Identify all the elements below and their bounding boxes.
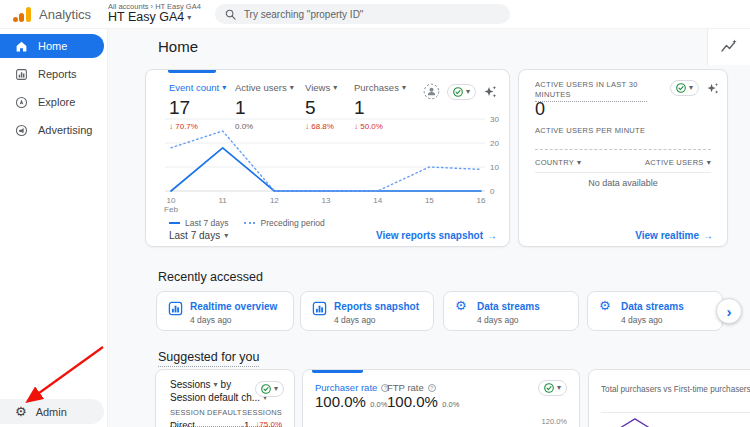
sidebar: Home Reports Explore Advertising ⚙ Admin <box>0 28 108 427</box>
chevron-right-icon: › <box>727 303 732 320</box>
realtime-value: 0 <box>535 99 545 120</box>
realtime-title: ACTIVE USERS IN LAST 30 MINUTES <box>535 80 647 102</box>
search-placeholder: Try searching "property ID" <box>244 9 364 20</box>
arrow-right-icon: → <box>703 230 713 241</box>
recent-card-reports-snapshot[interactable]: Reports snapshot 4 days ago <box>300 291 434 331</box>
row-value: 1 <box>244 419 249 427</box>
dotted-line-swatch <box>244 222 255 224</box>
bar-chart-icon <box>312 301 327 316</box>
svg-text:12: 12 <box>270 196 279 205</box>
caret-down-icon: ▾ <box>214 381 218 389</box>
metric-tab-ftp-rate[interactable]: FTP rate? 100.0% 0.0% <box>387 382 459 411</box>
metric-tab-purchaser-rate[interactable]: Purchaser rate? 100.0% 0.0% <box>315 382 389 411</box>
metric-selector[interactable]: Sessions ▾ by <box>170 379 231 390</box>
next-button[interactable]: › <box>716 298 742 324</box>
caret-down-icon: ▾ <box>689 84 693 92</box>
caret-down-icon: ▾ <box>274 385 278 393</box>
per-minute-chart-baseline <box>535 149 711 150</box>
sparkle-icon[interactable] <box>706 82 719 95</box>
data-status-pill[interactable]: ▾ <box>255 381 284 397</box>
explore-icon <box>15 96 28 109</box>
country-column-header[interactable]: COUNTRY ▾ <box>535 158 581 167</box>
svg-text:14: 14 <box>373 196 382 205</box>
purchasers-card: Total purchasers vs First-time purchaser… <box>588 369 750 427</box>
legend-item: Last 7 days <box>169 218 228 228</box>
recent-card-data-streams[interactable]: ⚙ Data streams 4 days ago <box>587 291 723 331</box>
metric-delta: 0.0% <box>442 400 459 409</box>
recent-card-realtime-overview[interactable]: Realtime overview 4 days ago <box>156 291 294 331</box>
recent-card-data-streams[interactable]: ⚙ Data streams 4 days ago <box>443 291 579 331</box>
gear-icon: ⚙ <box>599 299 611 312</box>
svg-text:15: 15 <box>425 196 434 205</box>
metric-value: 100.0% <box>387 393 438 410</box>
svg-text:20: 20 <box>490 139 499 148</box>
date-range-selector[interactable]: Last 7 days ▾ <box>169 230 228 241</box>
active-tab-indicator <box>168 70 216 73</box>
empty-message: No data available <box>519 178 727 188</box>
caret-down-icon: ▾ <box>290 84 294 92</box>
chart-legend: Last 7 days Preceding period <box>169 218 325 228</box>
arrow-right-icon: → <box>487 230 497 241</box>
caret-down-icon: ▾ <box>222 84 226 92</box>
sessions-card: Sessions ▾ by Session default ch... ▾ ▾ … <box>155 369 295 427</box>
solid-line-swatch <box>169 222 180 224</box>
check-circle-icon <box>261 384 271 394</box>
bar-chart-icon <box>168 301 183 316</box>
svg-text:11: 11 <box>219 196 228 205</box>
realtime-card: ACTIVE USERS IN LAST 30 MINUTES ▾ 0 ACTI… <box>518 69 728 247</box>
metric-value: 100.0% <box>315 393 366 410</box>
audience-icon[interactable] <box>423 83 440 100</box>
gear-icon: ⚙ <box>455 299 467 312</box>
sparkle-icon[interactable] <box>483 85 497 99</box>
view-reports-snapshot-link[interactable]: View reports snapshot → <box>376 230 497 241</box>
rate-card: Purchaser rate? 100.0% 0.0% FTP rate? 10… <box>302 369 580 427</box>
sidebar-item-explore[interactable]: Explore <box>0 90 104 114</box>
svg-text:30: 30 <box>490 115 499 124</box>
insights-button[interactable] <box>707 28 750 65</box>
sidebar-item-advertising[interactable]: Advertising <box>0 118 104 142</box>
trend-chart: 010203010111213141516Feb <box>159 115 507 215</box>
main-content: Home Event count▾ 17 ↓ 70.7% Active user… <box>108 28 750 427</box>
per-minute-label: ACTIVE USERS PER MINUTE <box>535 126 645 135</box>
caret-down-icon: ▾ <box>402 84 406 92</box>
legend-item: Preceding period <box>244 218 324 228</box>
sidebar-item-reports[interactable]: Reports <box>0 62 104 86</box>
sidebar-item-home[interactable]: Home <box>0 34 104 58</box>
account-switcher[interactable]: All accounts › HT Easy GA4 HT Easy GA4 ▾ <box>108 3 201 25</box>
admin-button[interactable]: ⚙ Admin <box>0 399 104 424</box>
dimension-selector[interactable]: Session default ch... ▾ <box>170 392 267 403</box>
recently-accessed-title: Recently accessed <box>158 270 263 284</box>
row-delta: ↓75.0% <box>255 420 282 427</box>
axis-tick-label: 120.0% <box>542 417 567 426</box>
svg-text:16: 16 <box>477 196 486 205</box>
product-name: Analytics <box>39 7 91 22</box>
help-icon[interactable]: ? <box>428 384 436 392</box>
app-root: { "colors": { "accent_blue": "#1a73e8", … <box>0 0 750 427</box>
data-status-pill[interactable]: ▾ <box>670 80 699 96</box>
search-icon <box>225 9 236 20</box>
caret-down-icon: ▾ <box>707 159 711 167</box>
check-circle-icon <box>453 87 463 97</box>
search-input[interactable]: Try searching "property ID" <box>215 4 510 24</box>
caret-down-icon: ▾ <box>224 232 228 240</box>
caret-down-icon: ▾ <box>333 84 337 92</box>
page-title: Home <box>158 38 198 55</box>
check-circle-icon <box>544 383 554 393</box>
svg-text:10: 10 <box>490 163 499 172</box>
gridline <box>601 412 750 413</box>
gear-icon: ⚙ <box>15 405 27 418</box>
view-realtime-link[interactable]: View realtime → <box>635 230 713 241</box>
caret-down-icon: ▾ <box>187 14 191 22</box>
check-circle-icon <box>676 83 686 93</box>
table-row: Direct 1 ↓75.0% <box>170 419 282 427</box>
svg-text:Feb: Feb <box>164 205 178 214</box>
analytics-logo-icon[interactable] <box>13 7 31 22</box>
caret-down-icon: ▾ <box>466 88 470 96</box>
caret-down-icon: ▾ <box>577 159 581 167</box>
active-users-column-header[interactable]: ACTIVE USERS ▾ <box>645 158 711 167</box>
svg-text:10: 10 <box>167 196 176 205</box>
account-selector[interactable]: HT Easy GA4 <box>108 11 184 25</box>
data-status-pill[interactable]: ▾ <box>538 380 567 396</box>
top-bar: Analytics All accounts › HT Easy GA4 HT … <box>0 0 750 29</box>
data-status-pill[interactable]: ▾ <box>447 84 476 100</box>
